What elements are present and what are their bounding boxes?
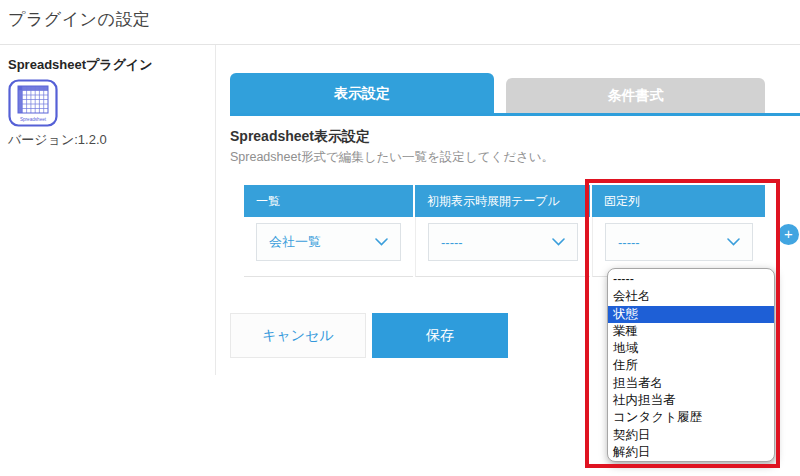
dropdown-option[interactable]: -----: [608, 271, 774, 288]
tab-display-settings[interactable]: 表示設定: [230, 73, 494, 113]
dropdown-option-list: ----- 会社名 状態 業種 地域 住所 担当者名 社内担当者 コンタクト履歴…: [608, 271, 774, 461]
dropdown-option[interactable]: 業種: [608, 323, 774, 340]
fixed-column-select[interactable]: -----: [605, 223, 753, 261]
page-title: プラグインの設定: [8, 8, 150, 31]
chevron-down-icon: [552, 238, 565, 246]
expand-table-select[interactable]: -----: [428, 223, 578, 261]
cancel-button[interactable]: キャンセル: [230, 313, 366, 358]
fixed-column-select-value: -----: [618, 235, 640, 250]
column-header-list: 一覧: [244, 185, 413, 217]
column-body-expand-table: -----: [415, 217, 590, 277]
column-body-list: 会社一覧: [244, 217, 413, 277]
plugin-version: バージョン:1.2.0: [8, 131, 107, 149]
column-header-expand-table: 初期表示時展開テーブル: [415, 185, 590, 217]
spreadsheet-plugin-icon: Spreadsheet: [8, 79, 58, 127]
section-description: Spreadsheet形式で編集したい一覧を設定してください。: [230, 149, 554, 166]
section-title: Spreadsheet表示設定: [230, 128, 370, 146]
list-select[interactable]: 会社一覧: [256, 223, 401, 261]
expand-table-select-value: -----: [441, 235, 463, 250]
dropdown-option[interactable]: 住所: [608, 357, 774, 374]
dropdown-option[interactable]: 解約日: [608, 444, 774, 461]
dropdown-option[interactable]: 社内担当者: [608, 392, 774, 409]
config-table: 一覧 会社一覧 初期表示時展開テーブル ----- 固定列 -----: [244, 185, 765, 277]
column-header-fixed: 固定列: [592, 185, 765, 217]
dropdown-option[interactable]: 地域: [608, 340, 774, 357]
dropdown-option[interactable]: 会社名: [608, 288, 774, 305]
tab-underline: [230, 113, 800, 116]
plugin-icon-label: Spreadsheet: [20, 117, 47, 122]
dropdown-option[interactable]: 契約日: [608, 427, 774, 444]
list-select-value: 会社一覧: [269, 233, 321, 251]
chevron-down-icon: [727, 238, 740, 246]
fixed-column-dropdown-popup: ----- 会社名 状態 業種 地域 住所 担当者名 社内担当者 コンタクト履歴…: [607, 268, 775, 462]
column-list: 一覧 会社一覧: [244, 185, 413, 277]
tab-conditional-format[interactable]: 条件書式: [506, 78, 765, 113]
column-expand-table: 初期表示時展開テーブル -----: [415, 185, 590, 277]
plugin-name: Spreadsheetプラグイン: [8, 56, 153, 74]
add-row-button[interactable]: +: [778, 224, 799, 245]
save-button[interactable]: 保存: [372, 313, 508, 358]
sidebar-divider: [215, 45, 216, 375]
horizontal-divider: [0, 44, 800, 45]
chevron-down-icon: [375, 238, 388, 246]
column-fixed: 固定列 -----: [592, 185, 765, 277]
dropdown-option[interactable]: コンタクト履歴: [608, 409, 774, 426]
dropdown-option[interactable]: 担当者名: [608, 375, 774, 392]
dropdown-option-selected[interactable]: 状態: [608, 306, 774, 323]
